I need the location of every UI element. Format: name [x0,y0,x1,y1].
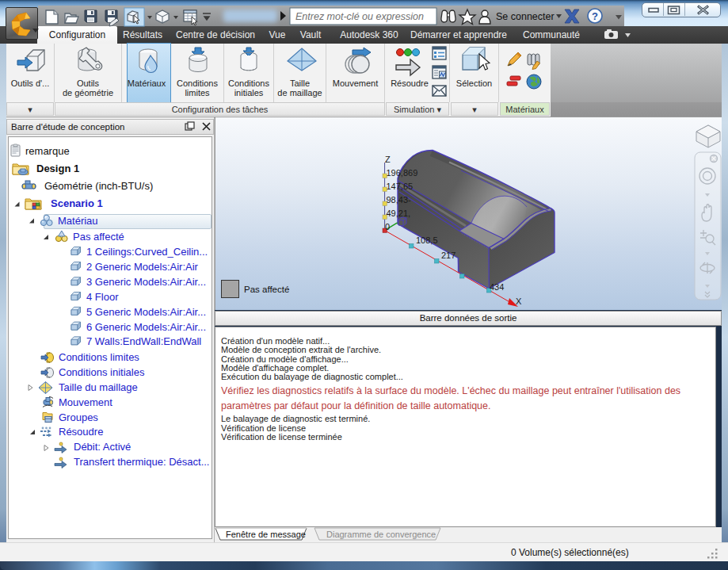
svg-text:Entrez mot-clé ou expression: Entrez mot-clé ou expression [295,11,424,22]
svg-text:Diagramme de convergence: Diagramme de convergence [326,530,436,539]
svg-text:Fenêtre de message: Fenêtre de message [226,530,306,539]
svg-text:Z: Z [385,155,391,164]
svg-text:196,869: 196,869 [387,168,418,178]
svg-text:?: ? [592,10,598,22]
svg-text:Se connecter: Se connecter [496,11,555,22]
svg-text:98,43-: 98,43- [387,195,412,205]
svg-text:147,65: 147,65 [387,182,414,191]
svg-text:217: 217 [441,251,455,260]
svg-text:X: X [516,296,522,306]
svg-text:0: 0 [385,222,390,231]
svg-text:108,5: 108,5 [416,235,438,245]
svg-text:434: 434 [490,282,504,292]
svg-text:49,21,: 49,21, [387,208,411,218]
